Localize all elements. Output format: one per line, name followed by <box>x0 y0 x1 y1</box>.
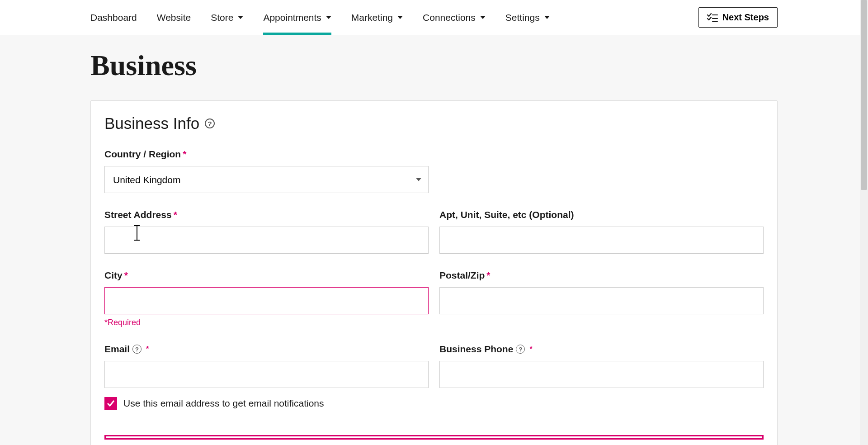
next-steps-button[interactable]: Next Steps <box>698 7 778 28</box>
nav-website[interactable]: Website <box>157 0 191 35</box>
city-error: *Required <box>104 318 429 327</box>
city-input[interactable] <box>104 287 429 314</box>
apt-field: Apt, Unit, Suite, etc (Optional) <box>439 209 764 254</box>
nav-label: Store <box>211 12 233 23</box>
row-email-phone: Email ? * Use this email address to get … <box>104 344 764 410</box>
postal-input[interactable] <box>439 287 764 314</box>
nav-label: Connections <box>423 12 476 23</box>
top-navigation: Dashboard Website Store Appointments Mar… <box>0 0 868 35</box>
help-icon[interactable]: ? <box>132 345 142 354</box>
city-field: City* *Required <box>104 270 429 327</box>
nav-items-container: Dashboard Website Store Appointments Mar… <box>90 0 550 35</box>
alert-bar <box>104 435 764 440</box>
nav-dashboard[interactable]: Dashboard <box>90 0 137 35</box>
nav-store[interactable]: Store <box>211 0 243 35</box>
phone-input[interactable] <box>439 361 764 388</box>
country-select[interactable]: United Kingdom <box>104 166 429 193</box>
help-icon[interactable]: ? <box>205 118 215 128</box>
street-label: Street Address* <box>104 209 429 220</box>
phone-field: Business Phone ? * <box>439 344 764 410</box>
chevron-down-icon <box>326 16 331 19</box>
country-field: Country / Region* United Kingdom <box>104 149 429 193</box>
nav-label: Website <box>157 12 191 23</box>
phone-label-row: Business Phone ? * <box>439 344 764 355</box>
next-steps-label: Next Steps <box>722 12 769 23</box>
email-label: Email <box>104 344 130 355</box>
section-title-row: Business Info ? <box>104 114 764 133</box>
scrollbar-thumb[interactable] <box>861 0 867 190</box>
nav-label: Marketing <box>351 12 393 23</box>
phone-label: Business Phone <box>439 344 513 355</box>
section-title: Business Info <box>104 114 199 133</box>
postal-label: Postal/Zip* <box>439 270 764 281</box>
business-info-card: Business Info ? Country / Region* United… <box>90 100 778 445</box>
street-field: Street Address* <box>104 209 429 254</box>
email-label-row: Email ? * <box>104 344 429 355</box>
row-country: Country / Region* United Kingdom <box>104 149 764 193</box>
checklist-icon <box>707 13 718 23</box>
chevron-down-icon <box>480 16 486 19</box>
scrollbar-track[interactable] <box>860 0 868 445</box>
apt-input[interactable] <box>439 227 764 254</box>
nav-marketing[interactable]: Marketing <box>351 0 403 35</box>
notifications-checkbox[interactable] <box>104 397 117 410</box>
help-icon[interactable]: ? <box>516 345 525 354</box>
nav-appointments[interactable]: Appointments <box>263 0 331 35</box>
street-input[interactable] <box>104 227 429 254</box>
main-content: Business Business Info ? Country / Regio… <box>0 35 868 445</box>
nav-label: Appointments <box>263 12 321 23</box>
nav-settings[interactable]: Settings <box>505 0 550 35</box>
nav-label: Settings <box>505 12 540 23</box>
chevron-down-icon <box>544 16 550 19</box>
page-title: Business <box>90 35 778 100</box>
row-street: Street Address* Apt, Unit, Suite, etc (O… <box>104 209 764 254</box>
email-field: Email ? * Use this email address to get … <box>104 344 429 410</box>
postal-field: Postal/Zip* <box>439 270 764 327</box>
city-label: City* <box>104 270 429 281</box>
apt-label: Apt, Unit, Suite, etc (Optional) <box>439 209 764 220</box>
country-select-wrap: United Kingdom <box>104 166 429 193</box>
email-input[interactable] <box>104 361 429 388</box>
row-city-postal: City* *Required Postal/Zip* <box>104 270 764 327</box>
notifications-label: Use this email address to get email noti… <box>123 398 324 409</box>
nav-label: Dashboard <box>90 12 137 23</box>
chevron-down-icon <box>238 16 243 19</box>
chevron-down-icon <box>397 16 403 19</box>
country-label: Country / Region* <box>104 149 429 160</box>
nav-connections[interactable]: Connections <box>423 0 486 35</box>
notifications-row: Use this email address to get email noti… <box>104 397 429 410</box>
